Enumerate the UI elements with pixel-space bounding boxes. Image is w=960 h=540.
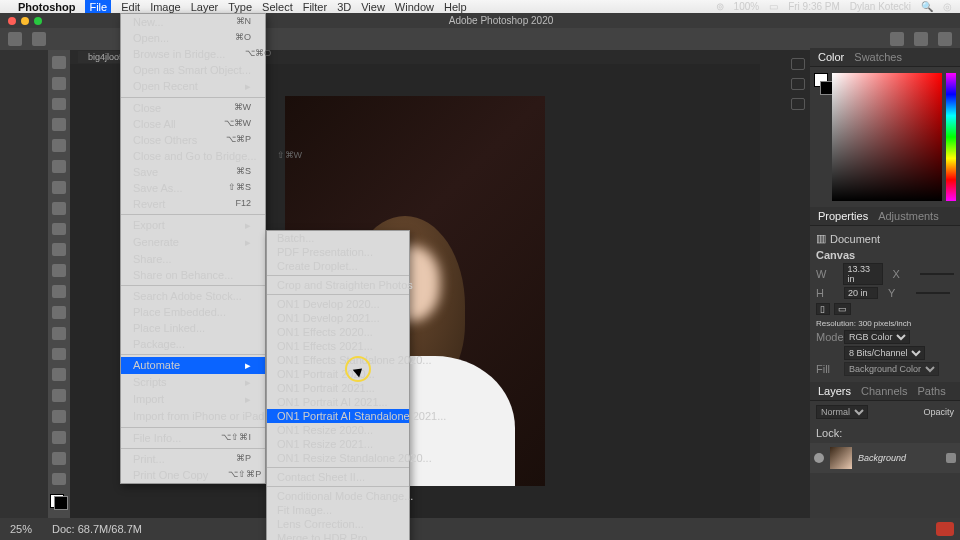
battery-icon[interactable]: ▭	[769, 1, 778, 12]
wifi-icon[interactable]: ⊚	[716, 1, 724, 12]
file-menu-item-1[interactable]: Open...⌘O	[121, 30, 265, 46]
file-menu-item-20[interactable]: Place Embedded...	[121, 304, 265, 320]
align-icon[interactable]	[890, 32, 904, 46]
minimize-window-button[interactable]	[21, 17, 29, 25]
move-tool-icon[interactable]	[32, 32, 46, 46]
automate-menu-item-10[interactable]: ON1 Effects Standalone 2020...	[267, 353, 409, 367]
type-tool[interactable]	[52, 389, 66, 402]
visibility-icon[interactable]	[814, 453, 824, 463]
menu-image[interactable]: Image	[150, 1, 181, 13]
gradient-tool[interactable]	[52, 306, 66, 319]
glyphs-icon[interactable]	[791, 58, 805, 70]
eyedropper-tool[interactable]	[52, 181, 66, 194]
automate-menu-item-8[interactable]: ON1 Effects 2020...	[267, 325, 409, 339]
color-picker-canvas[interactable]	[832, 73, 942, 201]
layer-row[interactable]: Background	[810, 443, 960, 473]
automate-menu-item-17[interactable]: ON1 Resize Standalone 2020...	[267, 451, 409, 465]
file-menu-item-11[interactable]: Save As...⇧⌘S	[121, 180, 265, 196]
blur-tool[interactable]	[52, 327, 66, 340]
orientation-landscape-icon[interactable]: ▭	[834, 303, 851, 315]
width-field[interactable]: 13.33 in	[843, 263, 882, 285]
menu-3d[interactable]: 3D	[337, 1, 351, 13]
tab-channels[interactable]: Channels	[861, 385, 907, 397]
lasso-tool[interactable]	[52, 98, 66, 111]
history-brush-tool[interactable]	[52, 264, 66, 277]
file-menu-item-25[interactable]: Scripts▸	[121, 374, 265, 391]
move-tool[interactable]	[52, 56, 66, 69]
automate-menu-item-24[interactable]: Merge to HDR Pro...	[267, 531, 409, 540]
menu-layer[interactable]: Layer	[191, 1, 219, 13]
automate-menu-item-2[interactable]: Create Droplet...	[267, 259, 409, 273]
tab-layers[interactable]: Layers	[818, 385, 851, 397]
color-swatches[interactable]	[50, 494, 68, 511]
app-name[interactable]: Photoshop	[18, 1, 75, 13]
automate-menu-item-6[interactable]: ON1 Develop 2020...	[267, 297, 409, 311]
tab-color[interactable]: Color	[818, 51, 844, 63]
menu-filter[interactable]: Filter	[303, 1, 327, 13]
brush-tool[interactable]	[52, 223, 66, 236]
file-menu-item-27[interactable]: Import from iPhone or iPad▸	[121, 408, 265, 425]
file-menu-item-29[interactable]: File Info...⌥⇧⌘I	[121, 430, 265, 446]
file-menu-item-24[interactable]: Automate▸	[121, 357, 265, 374]
automate-menu-item-22[interactable]: Fit Image...	[267, 503, 409, 517]
stamp-tool[interactable]	[52, 243, 66, 256]
pen-tool[interactable]	[52, 368, 66, 381]
crop-tool[interactable]	[52, 139, 66, 152]
blend-mode-select[interactable]: Normal	[816, 405, 868, 419]
file-menu-item-9[interactable]: Close and Go to Bridge...⇧⌘W	[121, 148, 265, 164]
automate-menu-item-15[interactable]: ON1 Resize 2020...	[267, 423, 409, 437]
dodge-tool[interactable]	[52, 348, 66, 361]
zoom-tool[interactable]	[52, 473, 66, 486]
automate-menu-item-0[interactable]: Batch...	[267, 231, 409, 245]
lock-icon[interactable]	[946, 453, 956, 463]
marquee-tool[interactable]	[52, 77, 66, 90]
automate-menu-item-16[interactable]: ON1 Resize 2021...	[267, 437, 409, 451]
file-menu-item-17[interactable]: Share on Behance...	[121, 267, 265, 283]
eraser-tool[interactable]	[52, 285, 66, 298]
file-menu-item-19[interactable]: Search Adobe Stock...	[121, 288, 265, 304]
tab-properties[interactable]: Properties	[818, 210, 868, 222]
file-menu-item-7[interactable]: Close All⌥⌘W	[121, 116, 265, 132]
automate-menu-item-14[interactable]: ON1 Portrait AI Standalone 2021...	[267, 409, 409, 423]
shape-tool[interactable]	[52, 431, 66, 444]
wand-tool[interactable]	[52, 118, 66, 131]
menu-view[interactable]: View	[361, 1, 385, 13]
layer-name[interactable]: Background	[858, 453, 906, 463]
automate-menu-item-9[interactable]: ON1 Effects 2021...	[267, 339, 409, 353]
file-menu-item-2[interactable]: Browse in Bridge...⌥⌘O	[121, 46, 265, 62]
menu-help[interactable]: Help	[444, 1, 467, 13]
close-window-button[interactable]	[8, 17, 16, 25]
home-icon[interactable]	[8, 32, 22, 46]
fullscreen-window-button[interactable]	[34, 17, 42, 25]
x-field[interactable]	[920, 273, 954, 275]
search-icon[interactable]: 🔍	[921, 1, 933, 12]
depth-select[interactable]: 8 Bits/Channel	[844, 346, 925, 360]
menu-file[interactable]: File	[85, 0, 111, 13]
share-icon[interactable]	[938, 32, 952, 46]
file-menu-item-31[interactable]: Print...⌘P	[121, 451, 265, 467]
tab-swatches[interactable]: Swatches	[854, 51, 902, 63]
file-menu-item-14[interactable]: Export▸	[121, 217, 265, 234]
file-menu-item-4[interactable]: Open Recent▸	[121, 78, 265, 95]
automate-menu-item-19[interactable]: Contact Sheet II...	[267, 470, 409, 484]
file-menu-item-15[interactable]: Generate▸	[121, 234, 265, 251]
paragraph-icon[interactable]	[791, 98, 805, 110]
frame-tool[interactable]	[52, 160, 66, 173]
tab-adjustments[interactable]: Adjustments	[878, 210, 939, 222]
hue-slider[interactable]	[946, 73, 956, 201]
character-icon[interactable]	[791, 78, 805, 90]
automate-menu-item-23[interactable]: Lens Correction...	[267, 517, 409, 531]
file-menu-item-6[interactable]: Close⌘W	[121, 100, 265, 116]
mode-select[interactable]: RGB Color	[844, 330, 910, 344]
fill-select[interactable]: Background Color	[844, 362, 939, 376]
automate-menu-item-1[interactable]: PDF Presentation...	[267, 245, 409, 259]
height-field[interactable]: 20 in	[844, 287, 878, 299]
tab-paths[interactable]: Paths	[918, 385, 946, 397]
y-field[interactable]	[916, 292, 950, 294]
menu-select[interactable]: Select	[262, 1, 293, 13]
menu-type[interactable]: Type	[228, 1, 252, 13]
siri-icon[interactable]: ◎	[943, 1, 952, 12]
path-tool[interactable]	[52, 410, 66, 423]
zoom-level[interactable]: 25%	[10, 523, 32, 535]
file-menu-item-10[interactable]: Save⌘S	[121, 164, 265, 180]
